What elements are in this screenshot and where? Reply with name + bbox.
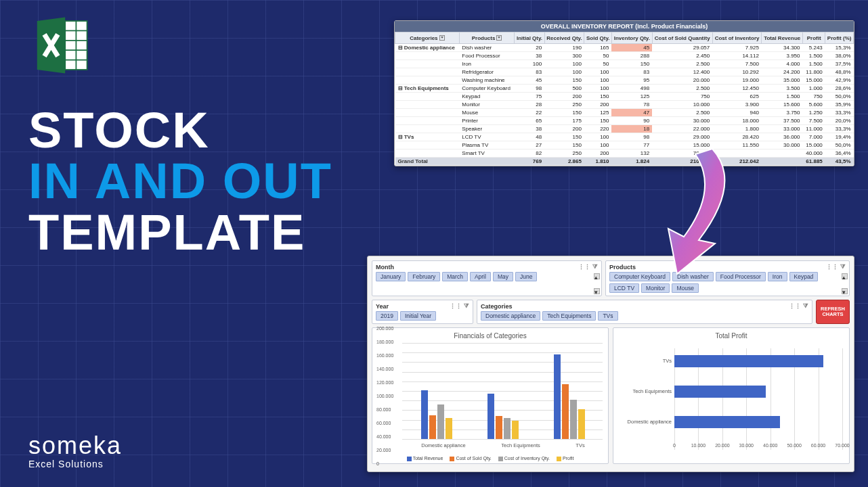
cell-value: 750 <box>652 93 712 101</box>
scroll-down-icon[interactable]: ▾ <box>842 288 848 294</box>
cell-product: Speaker <box>459 125 515 133</box>
scroll-down-icon[interactable]: ▾ <box>594 288 600 294</box>
cell-category[interactable]: ⊟ Tech Equipments <box>395 85 460 93</box>
column-header[interactable]: Cost of Sold Quantity <box>652 32 712 44</box>
slicer-chip[interactable]: May <box>493 272 513 281</box>
slicer-chip[interactable]: February <box>408 272 440 281</box>
scroll-up-icon[interactable]: ▴ <box>594 273 600 279</box>
cell-value: 30.000 <box>652 117 712 125</box>
column-header[interactable]: Profit <box>802 32 825 44</box>
cell-category[interactable]: ⊟ TVs <box>395 133 460 141</box>
slicer-month[interactable]: Month⋮⋮⧩ JanuaryFebruaryMarchAprilMayJun… <box>372 260 602 296</box>
column-header[interactable]: Initial Qty. <box>515 32 544 44</box>
cell-value: 100 <box>544 68 584 76</box>
cell-product: Refridgerator <box>459 68 515 76</box>
x-axis-label: TVs <box>576 442 584 448</box>
cell-value: 82 <box>515 149 544 158</box>
cell-value: 5.243 <box>802 44 825 52</box>
slicer-chip[interactable]: Domestic appliance <box>481 311 540 321</box>
multi-select-icon[interactable]: ⋮⋮ <box>578 264 590 271</box>
dropdown-icon[interactable] <box>439 35 445 41</box>
slicer-categories[interactable]: Categories⋮⋮⧩ Domestic applianceTech Equ… <box>477 300 812 324</box>
column-header[interactable]: Categories <box>395 32 460 44</box>
cell-value: 7.500 <box>712 60 762 68</box>
table-row: Iron100100501502.5007.5004.0001.50037,5% <box>395 60 854 68</box>
cell-value: 100 <box>584 85 612 93</box>
column-header[interactable]: Cost of Inventory <box>712 32 762 44</box>
cell-value: 98 <box>611 133 652 141</box>
slicer-year[interactable]: Year⋮⋮⧩ 2019Initial Year <box>372 300 473 324</box>
bar <box>554 354 561 439</box>
cell-value: 45 <box>611 44 652 52</box>
clear-filter-icon[interactable]: ⧩ <box>464 302 469 310</box>
x-axis-label: 10.000 <box>691 443 706 448</box>
slicer-chip[interactable]: Mouse <box>672 283 699 293</box>
y-axis-label: 20.000 <box>376 448 391 453</box>
slicer-chip[interactable]: Iron <box>768 272 787 281</box>
slicer-chip[interactable]: Computer Keyboard <box>609 272 670 281</box>
slicer-products-label: Products <box>609 264 636 271</box>
cell-value: 200 <box>544 125 584 133</box>
column-header[interactable]: Sold Qty. <box>584 32 612 44</box>
cell-product: Mouse <box>459 109 515 117</box>
slicer-chip[interactable]: June <box>515 272 537 281</box>
y-axis-label: 40.000 <box>376 434 391 439</box>
cell-value: 37,5% <box>825 60 854 68</box>
cell-value: 100 <box>584 76 612 85</box>
cell-value: 220 <box>584 125 612 133</box>
cell-value: 200 <box>584 101 612 109</box>
slicer-chip[interactable]: 2019 <box>376 311 398 321</box>
x-axis-label: 20.000 <box>715 443 729 448</box>
clear-filter-icon[interactable]: ⧩ <box>592 263 598 271</box>
slicer-chip[interactable]: Monitor <box>641 283 670 293</box>
table-row: ⊟ Domestic applianceDish washer201901654… <box>395 44 854 52</box>
cell-value: 95 <box>611 76 652 85</box>
cell-value: 100 <box>584 68 612 76</box>
cell-product: Iron <box>459 60 515 68</box>
slicer-chip[interactable]: Keypad <box>789 272 819 281</box>
cell-value: 15.000 <box>802 76 825 85</box>
slicer-chip[interactable]: Dish washer <box>672 272 714 281</box>
cell-value: 5.600 <box>802 101 825 109</box>
slicer-chip[interactable]: LCD TV <box>609 283 639 293</box>
multi-select-icon[interactable]: ⋮⋮ <box>826 264 838 271</box>
column-header[interactable]: Total Revenue <box>762 32 803 44</box>
scroll-up-icon[interactable]: ▴ <box>842 273 848 279</box>
cell-value: 165 <box>584 44 612 52</box>
cell-value: 78 <box>611 101 652 109</box>
cell-value: 18.000 <box>712 117 762 125</box>
slicer-chip[interactable]: March <box>442 272 468 281</box>
bar <box>437 404 444 439</box>
slicer-chip[interactable]: Tech Equipments <box>542 311 596 321</box>
cell-value: 20 <box>515 44 544 52</box>
column-header[interactable]: Received Qty. <box>544 32 584 44</box>
cell-category <box>395 93 460 101</box>
table-row: Printer651751509030.00018.00037.5007.500… <box>395 117 854 125</box>
bar <box>429 415 436 440</box>
multi-select-icon[interactable]: ⋮⋮ <box>789 303 801 310</box>
slicer-products[interactable]: Products⋮⋮⧩ Computer KeyboardDish washer… <box>605 260 850 296</box>
clear-filter-icon[interactable]: ⧩ <box>803 302 808 310</box>
column-header[interactable]: Products <box>459 32 515 44</box>
bar <box>570 400 577 439</box>
clear-filter-icon[interactable]: ⧩ <box>840 263 846 271</box>
cell-value: 1.500 <box>762 93 803 101</box>
table-row: ⊟ Tech EquipmentsComputer Keyboard985001… <box>395 85 854 93</box>
dropdown-icon[interactable] <box>496 35 502 41</box>
cell-category[interactable]: ⊟ Domestic appliance <box>395 44 460 52</box>
slicer-chip[interactable]: Food Processor <box>716 272 766 281</box>
column-header[interactable]: Profit (%) <box>825 32 854 44</box>
legend-item: Cost of Sold Qty. <box>450 456 491 461</box>
cell-value: 14.112 <box>712 52 762 60</box>
slicer-chip[interactable]: TVs <box>598 311 617 321</box>
slicer-chip[interactable]: Initial Year <box>400 311 436 321</box>
cell-value: 28,6% <box>825 85 854 93</box>
cell-value: 2.500 <box>652 85 712 93</box>
multi-select-icon[interactable]: ⋮⋮ <box>450 303 462 310</box>
column-header[interactable]: Inventory Qty. <box>611 32 652 44</box>
refresh-charts-button[interactable]: REFRESH CHARTS <box>816 300 850 324</box>
slicer-chip[interactable]: April <box>470 272 491 281</box>
cell-value: 30.000 <box>762 141 803 149</box>
slicer-chip[interactable]: January <box>376 272 406 281</box>
cell-value: 77 <box>611 141 652 149</box>
